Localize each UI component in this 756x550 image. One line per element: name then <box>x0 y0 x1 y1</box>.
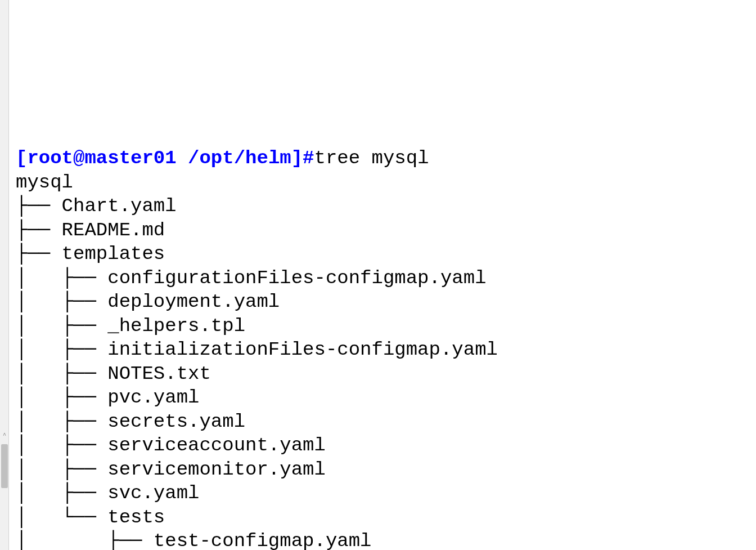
scrollbar-up-arrow[interactable]: ^ <box>0 431 9 440</box>
terminal-output[interactable]: [root@master01 /opt/helm]#tree mysql mys… <box>0 146 756 550</box>
tree-line: │ ├── serviceaccount.yaml <box>16 435 326 456</box>
tree-line: │ └── tests <box>16 507 165 528</box>
prompt-user-host: root@master01 <box>27 147 176 169</box>
tree-line: │ ├── NOTES.txt <box>16 363 211 384</box>
prompt-path: /opt/helm <box>188 147 291 169</box>
tree-line: │ ├── svc.yaml <box>16 482 199 504</box>
tree-line: │ ├── initializationFiles-configmap.yaml <box>16 339 498 360</box>
tree-line: │ ├── test-configmap.yaml <box>16 530 372 550</box>
tree-line: │ ├── servicemonitor.yaml <box>16 459 326 480</box>
prompt-hash: # <box>303 147 314 169</box>
tree-line: ├── README.md <box>16 220 165 241</box>
tree-line: ├── templates <box>16 243 165 265</box>
command-text: tree mysql <box>314 147 429 169</box>
prompt-open-bracket: [ <box>16 147 27 169</box>
scrollbar-thumb[interactable] <box>1 444 8 488</box>
prompt-close-bracket: ] <box>291 147 303 169</box>
vertical-scrollbar[interactable]: ^ <box>0 0 9 550</box>
tree-line: │ ├── configurationFiles-configmap.yaml <box>16 267 487 289</box>
tree-line: │ ├── pvc.yaml <box>16 387 199 408</box>
tree-line: │ ├── deployment.yaml <box>16 291 280 312</box>
tree-line: │ ├── _helpers.tpl <box>16 315 245 337</box>
tree-line: ├── Chart.yaml <box>16 195 177 217</box>
prompt-space <box>177 147 188 169</box>
tree-root: mysql <box>16 172 73 193</box>
tree-line: │ ├── secrets.yaml <box>16 411 245 432</box>
